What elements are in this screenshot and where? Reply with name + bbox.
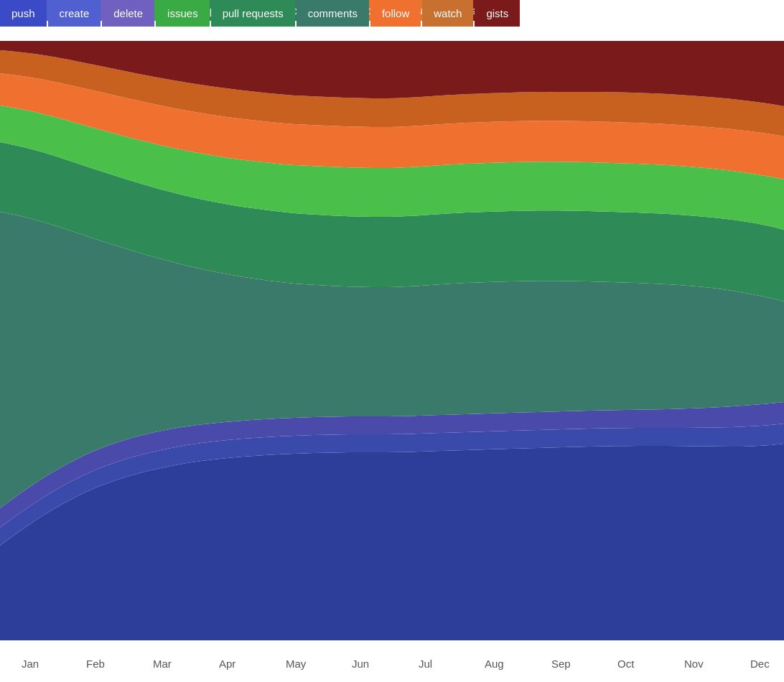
legend-item-issues[interactable]: issues bbox=[156, 0, 210, 27]
x-label-jun: Jun bbox=[352, 658, 369, 670]
x-label-nov: Nov bbox=[684, 658, 704, 670]
x-label-aug: Aug bbox=[485, 658, 504, 670]
x-label-dec: Dec bbox=[750, 658, 770, 670]
legend-item-pull-requests[interactable]: pull requests bbox=[211, 0, 295, 27]
legend-item-delete[interactable]: delete bbox=[102, 0, 154, 27]
x-label-feb: Feb bbox=[86, 658, 105, 670]
x-label-jan: Jan bbox=[22, 658, 39, 670]
x-label-oct: Oct bbox=[617, 658, 635, 670]
legend-item-gists[interactable]: gists bbox=[475, 0, 520, 27]
legend-item-push[interactable]: push bbox=[0, 0, 47, 27]
x-label-sep: Sep bbox=[551, 658, 571, 670]
x-label-mar: Mar bbox=[153, 658, 172, 670]
legend-item-create[interactable]: create bbox=[48, 0, 101, 27]
chart-container: push create delete issues pull requests … bbox=[0, 0, 784, 682]
legend-item-follow[interactable]: follow bbox=[370, 0, 421, 27]
x-label-jul: Jul bbox=[419, 658, 432, 670]
x-label-apr: Apr bbox=[219, 658, 235, 670]
legend-item-watch[interactable]: watch bbox=[422, 0, 473, 27]
streamgraph: Jan Feb Mar Apr May Jun Jul Aug Sep Oct … bbox=[0, 0, 784, 682]
legend-bar: push create delete issues pull requests … bbox=[0, 0, 520, 27]
legend-item-comments[interactable]: comments bbox=[297, 0, 369, 27]
x-label-may: May bbox=[286, 658, 307, 670]
